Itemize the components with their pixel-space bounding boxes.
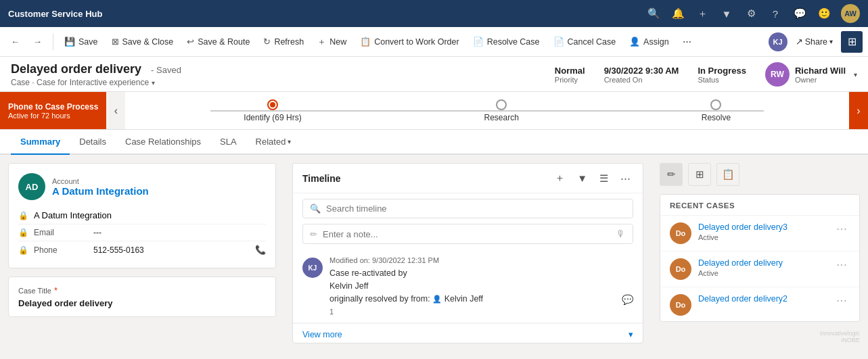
tab-summary[interactable]: Summary xyxy=(11,130,70,155)
timeline-search[interactable]: 🔍 xyxy=(302,199,633,218)
case-menu-icon-2[interactable]: ⋯ xyxy=(833,258,850,271)
resolve-label: Resolve Case xyxy=(487,37,540,47)
timeline-search-input[interactable] xyxy=(326,204,626,214)
save-label: Save xyxy=(78,37,98,47)
phone-call-icon[interactable]: 📞 xyxy=(255,245,266,255)
account-name[interactable]: A Datum Integration xyxy=(52,185,149,197)
case-item-body-2: Delayed order delivery Active xyxy=(698,258,827,277)
kj-avatar[interactable]: KJ xyxy=(769,32,787,51)
view-more-label: View more xyxy=(302,330,342,339)
save-button[interactable]: 💾 Save xyxy=(59,34,104,49)
recent-case-item-3[interactable]: Do Delayed order delivery2 ⋯ xyxy=(660,287,859,322)
account-card: AD Account A Datum Integration 🔒 A Datum… xyxy=(8,163,276,268)
convert-button[interactable]: 📋 Convert to Work Order xyxy=(355,34,465,49)
assign-label: Assign xyxy=(643,37,669,47)
process-prev-button[interactable]: ‹ xyxy=(106,92,125,129)
recent-case-item-1[interactable]: Do Delayed order delivery3 Active ⋯ xyxy=(660,216,859,252)
search-icon[interactable]: 🔍 xyxy=(646,6,661,21)
recent-case-item-2[interactable]: Do Delayed order delivery Active ⋯ xyxy=(660,252,859,287)
top-nav-actions: 🔍 🔔 ＋ ▼ ⚙ ? 💬 🙂 AW xyxy=(646,4,860,23)
record-meta: Normal Priority 9/30/2022 9:30 AM Create… xyxy=(555,62,857,87)
case-avatar-3: Do xyxy=(670,294,691,316)
tab-related[interactable]: Related ▾ xyxy=(246,130,301,155)
save-route-icon: ↩ xyxy=(187,37,194,47)
created-label: Created On xyxy=(604,76,679,84)
case-menu-icon-1[interactable]: ⋯ xyxy=(833,222,850,235)
share-button[interactable]: ↗ Share ▾ xyxy=(792,34,837,49)
subtitle-chevron-icon[interactable]: ▾ xyxy=(152,79,155,87)
bell-icon[interactable]: 🔔 xyxy=(670,6,685,21)
view-more-chevron-icon: ▾ xyxy=(629,329,633,339)
filter-icon[interactable]: ▼ xyxy=(719,6,734,21)
case-title-value: Delayed order delivery xyxy=(18,298,266,308)
tabs-bar: Summary Details Case Relationships SLA R… xyxy=(0,130,868,155)
account-header: AD Account A Datum Integration xyxy=(18,173,266,200)
user-avatar[interactable]: AW xyxy=(841,4,860,23)
owner-role: Owner xyxy=(795,76,846,84)
process-next-button[interactable]: › xyxy=(849,92,868,129)
timeline-title: Timeline xyxy=(302,173,545,184)
lock-icon-email: 🔒 xyxy=(18,228,28,237)
cmd-right-area: KJ ↗ Share ▾ ⊞ xyxy=(769,31,863,53)
forward-button[interactable]: → xyxy=(28,34,47,49)
resolve-button[interactable]: 📄 Resolve Case xyxy=(467,34,545,49)
timeline-search-icon: 🔍 xyxy=(310,204,321,214)
plus-icon[interactable]: ＋ xyxy=(695,6,710,21)
smiley-icon[interactable]: 🙂 xyxy=(817,6,831,21)
phone-value: 512-555-0163 xyxy=(93,245,144,255)
process-step-research[interactable]: Research xyxy=(484,99,519,122)
tab-sla[interactable]: SLA xyxy=(210,130,246,155)
grid-view-button[interactable]: ⊞ xyxy=(841,31,863,53)
share-icon: ↗ xyxy=(796,37,803,47)
case-menu-icon-3[interactable]: ⋯ xyxy=(833,294,850,307)
separator xyxy=(53,34,53,50)
timeline-add-button[interactable]: ＋ xyxy=(552,170,568,186)
mic-icon[interactable]: 🎙 xyxy=(616,229,626,239)
entry-text: Case re-activated by Kelvin Jeff origina… xyxy=(329,267,633,305)
process-active: Active for 72 hours xyxy=(8,112,98,120)
timeline-filter-button[interactable]: ▼ xyxy=(574,171,590,185)
account-locked-name: A Datum Integration xyxy=(34,210,112,220)
save-close-button[interactable]: ⊠ Save & Close xyxy=(106,34,179,49)
timeline-sort-button[interactable]: ☰ xyxy=(597,171,611,186)
note-input[interactable] xyxy=(323,229,611,239)
more-button[interactable]: ⋯ xyxy=(677,34,697,49)
settings-icon[interactable]: ⚙ xyxy=(744,6,758,21)
new-label: New xyxy=(329,37,346,47)
view-more-button[interactable]: View more ▾ xyxy=(293,323,643,343)
right-icon-edit[interactable]: ✏ xyxy=(660,163,683,186)
assign-button[interactable]: 👤 Assign xyxy=(624,34,675,49)
tab-details[interactable]: Details xyxy=(70,130,116,155)
share-label: Share xyxy=(805,37,827,47)
owner-chevron-icon[interactable]: ▾ xyxy=(854,71,857,78)
account-name-area: Account A Datum Integration xyxy=(52,177,149,197)
right-icon-grid[interactable]: ⊞ xyxy=(688,163,711,186)
note-input-row[interactable]: ✏ 🎙 xyxy=(302,224,633,244)
chat-bubble-icon: 💬 xyxy=(622,293,633,307)
help-icon[interactable]: ? xyxy=(768,6,783,21)
refresh-button[interactable]: ↻ Refresh xyxy=(258,34,309,49)
case-title-2[interactable]: Delayed order delivery xyxy=(698,258,827,268)
process-step-resolve[interactable]: Resolve xyxy=(702,99,731,122)
back-button[interactable]: ← xyxy=(5,34,25,49)
lock-icon: 🔒 xyxy=(18,211,28,220)
top-nav: Customer Service Hub 🔍 🔔 ＋ ▼ ⚙ ? 💬 🙂 AW xyxy=(0,0,868,27)
process-step-identify[interactable]: Identify (69 Hrs) xyxy=(244,99,301,122)
case-item-body-3: Delayed order delivery2 xyxy=(698,294,827,305)
case-title-1[interactable]: Delayed order delivery3 xyxy=(698,222,827,232)
cancel-case-button[interactable]: 📄 Cancel Case xyxy=(548,34,622,49)
assign-icon: 👤 xyxy=(629,37,640,47)
owner-name[interactable]: Richard Will xyxy=(795,66,846,76)
share-chevron-icon: ▾ xyxy=(829,38,833,45)
status-label: Status xyxy=(698,76,746,84)
case-avatar-1: Do xyxy=(670,222,691,244)
chat-icon[interactable]: 💬 xyxy=(792,6,807,21)
case-title-3[interactable]: Delayed order delivery2 xyxy=(698,294,827,304)
tab-case-relationships[interactable]: Case Relationships xyxy=(116,130,210,155)
new-button[interactable]: ＋ New xyxy=(312,33,352,51)
priority-value: Normal xyxy=(555,66,585,76)
save-route-button[interactable]: ↩ Save & Route xyxy=(181,34,255,49)
main-content: AD Account A Datum Integration 🔒 A Datum… xyxy=(0,155,868,352)
timeline-more-button[interactable]: ⋯ xyxy=(618,171,633,186)
right-icon-doc[interactable]: 📋 xyxy=(716,163,739,186)
